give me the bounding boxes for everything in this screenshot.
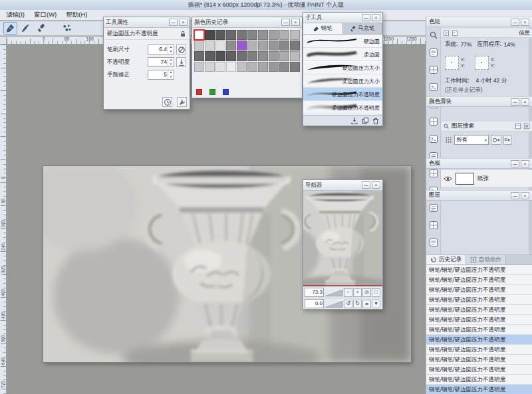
palette-icon[interactable]: [428, 116, 439, 128]
menu-item-0[interactable]: 滤镜(I): [1, 11, 29, 19]
color-swatch[interactable]: [269, 41, 279, 50]
color-chip[interactable]: [196, 89, 202, 95]
palette-icon[interactable]: [428, 237, 439, 248]
color-swatch[interactable]: [290, 51, 300, 61]
color-swatch[interactable]: [205, 30, 215, 40]
color-wheel-header[interactable]: 色轮 — ×: [426, 17, 532, 27]
history-entry[interactable]: 钢笔/钢笔/硬边圆压力不透明度: [426, 265, 532, 275]
flip-button[interactable]: ◂▸: [362, 300, 371, 308]
panel-tab-icon[interactable]: [523, 123, 530, 130]
color-swatch[interactable]: [226, 51, 236, 61]
minimize-button[interactable]: —: [511, 19, 519, 26]
close-button[interactable]: ×: [521, 19, 529, 26]
zoom-slider[interactable]: [325, 288, 343, 297]
color-swatch[interactable]: [258, 62, 268, 72]
magnifier-icon[interactable]: [428, 30, 439, 41]
color-swatch[interactable]: [237, 62, 247, 72]
rotation-value[interactable]: 0.0: [305, 299, 324, 308]
rotation-slider[interactable]: [325, 300, 343, 308]
tab-info[interactable]: 信息: [519, 29, 530, 37]
fit-view-button[interactable]: ◎: [362, 288, 371, 297]
navigator-thumbnail[interactable]: [303, 191, 382, 286]
tab-history[interactable]: 历史记录: [426, 255, 466, 264]
color-chip[interactable]: [209, 89, 215, 95]
list-menu-button[interactable]: ≡ ▾: [503, 135, 511, 145]
history-entry[interactable]: 钢笔/钢笔/硬边圆压力不透明度: [426, 375, 532, 385]
color-swatch[interactable]: [215, 62, 225, 72]
history-entry[interactable]: 钢笔/钢笔/硬边圆压力不透明度: [426, 365, 532, 375]
titlebar[interactable]: 插画* (814 x 600px 1200dpi 73.3%) - 优动漫 PA…: [0, 0, 532, 10]
close-button[interactable]: ×: [521, 160, 529, 167]
color-swatch[interactable]: [258, 41, 268, 50]
history-entry[interactable]: 钢笔/钢笔/硬边圆压力不透明度: [426, 335, 532, 345]
eye-icon[interactable]: [444, 175, 452, 182]
color-slider-header[interactable]: 颜色滑块 — ×: [426, 96, 532, 107]
close-button[interactable]: ×: [291, 19, 300, 26]
history-entry[interactable]: 钢笔/钢笔/硬边圆压力不透明度: [426, 385, 532, 394]
color-swatch[interactable]: [237, 30, 247, 40]
color-swatch[interactable]: [194, 41, 204, 50]
history-entry[interactable]: 钢笔/钢笔/硬边圆压力不透明度: [426, 355, 532, 365]
paper-layer-row[interactable]: 纸张: [441, 170, 532, 187]
minimize-button[interactable]: —: [169, 19, 178, 26]
history-entry[interactable]: 钢笔/钢笔/硬边圆压力不透明度: [426, 285, 532, 295]
color-chip[interactable]: [223, 89, 229, 95]
history-entry[interactable]: 钢笔/钢笔/硬边圆压力不透明度: [426, 305, 532, 315]
color-swatch[interactable]: [237, 51, 247, 61]
sub-tool-item[interactable]: 硬边圆压力不透明度: [303, 88, 382, 101]
sub-tool-header[interactable]: 子工具 — ×: [303, 13, 382, 23]
tool-property-header[interactable]: 工具属性 — ×: [104, 17, 190, 28]
color-swatch[interactable]: [290, 41, 300, 50]
color-swatch[interactable]: [194, 30, 204, 40]
color-swatch[interactable]: [269, 51, 279, 61]
import-brush-icon[interactable]: [350, 117, 358, 125]
palette-icon[interactable]: [428, 82, 439, 93]
color-swatch[interactable]: [215, 41, 225, 50]
color-swatch[interactable]: [279, 41, 289, 50]
history-entry[interactable]: 钢笔/钢笔/硬边圆压力不透明度: [426, 325, 532, 335]
rotate-ccw-button[interactable]: ↺: [344, 300, 352, 308]
menu-item-2[interactable]: 帮助(H): [61, 11, 92, 19]
layer-type-button[interactable]: ▾: [491, 135, 501, 145]
color-swatch[interactable]: [269, 30, 279, 40]
sub-tool-item[interactable]: 柔边圆压力不透明度: [303, 101, 382, 114]
color-swatch[interactable]: [279, 51, 289, 61]
navigator-header[interactable]: 导航器 — ×: [303, 180, 382, 191]
zoom-in-button[interactable]: +: [353, 288, 362, 297]
minimize-button[interactable]: —: [362, 181, 370, 189]
layer-filter-dropdown[interactable]: 所有 ▾: [454, 135, 489, 145]
history-entry[interactable]: 钢笔/钢笔/硬边圆压力不透明度: [426, 275, 532, 285]
color-swatch[interactable]: [237, 41, 247, 50]
panel-tab-icon[interactable]: [515, 123, 521, 130]
minimize-button[interactable]: —: [362, 14, 370, 21]
color-swatch[interactable]: [194, 51, 204, 61]
wrench-icon[interactable]: [177, 97, 187, 107]
color-history-header[interactable]: 颜色历史记录 — ×: [192, 17, 302, 28]
color-swatch[interactable]: [247, 62, 257, 72]
palette-icon[interactable]: [428, 64, 439, 76]
lock-icon[interactable]: [179, 30, 187, 38]
color-swatch[interactable]: [226, 41, 236, 50]
opacity-stepper[interactable]: ▲▼: [168, 58, 174, 66]
menu-item-1[interactable]: 窗口(W): [29, 11, 61, 19]
marker-tool[interactable]: [34, 22, 48, 35]
history-entry[interactable]: 钢笔/钢笔/硬边圆压力不透明度: [426, 315, 532, 325]
color-swatch[interactable]: [247, 41, 257, 50]
color-swatch[interactable]: [279, 30, 289, 40]
brush-size-stepper[interactable]: ▲▼: [168, 45, 174, 54]
color-swatch[interactable]: [215, 51, 225, 61]
no-dynamics-icon[interactable]: [176, 45, 186, 54]
actual-size-button[interactable]: □: [372, 288, 380, 297]
close-button[interactable]: ×: [521, 98, 529, 106]
close-button[interactable]: ×: [372, 14, 380, 21]
minimize-button[interactable]: —: [281, 19, 290, 26]
sub-tool-item[interactable]: 柔边圆: [303, 48, 382, 61]
palette-icon[interactable]: [428, 203, 439, 214]
trash-icon[interactable]: [372, 117, 380, 125]
color-swatch[interactable]: [258, 51, 268, 61]
color-swatch[interactable]: [205, 51, 215, 61]
color-swatch[interactable]: [247, 51, 257, 61]
pen-tool[interactable]: [3, 22, 17, 35]
tab-marker[interactable]: 马克笔: [343, 23, 383, 34]
close-button[interactable]: ×: [521, 192, 529, 199]
